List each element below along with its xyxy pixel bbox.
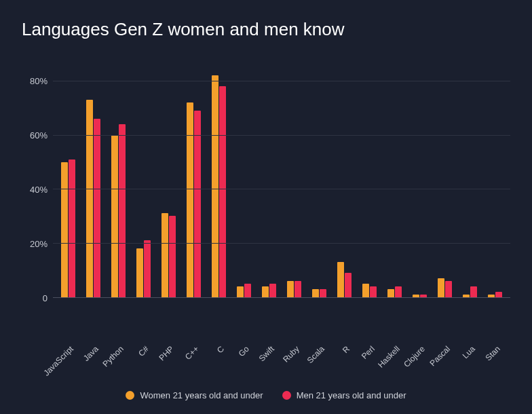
bar-men — [370, 286, 377, 297]
grid-line — [53, 189, 510, 189]
x-label-slot: Python — [106, 340, 131, 388]
legend-label: Women 21 years old and under — [140, 390, 263, 400]
legend-swatch-icon — [282, 391, 291, 400]
bar-group — [56, 67, 81, 297]
bar-men — [169, 216, 176, 297]
x-tick-label: Perl — [359, 344, 376, 361]
bar-women — [463, 295, 470, 297]
bar-women — [262, 286, 269, 297]
bar-group — [256, 67, 282, 297]
bar-men — [69, 159, 75, 297]
x-label-slot: Scala — [307, 340, 332, 388]
y-tick-label: 40% — [30, 185, 48, 195]
bar-women — [111, 135, 118, 297]
bar-group — [307, 67, 332, 297]
x-tick-label: Swift — [256, 344, 276, 363]
bar-men — [294, 281, 301, 297]
bar-women — [162, 213, 168, 297]
x-tick-label: C# — [136, 344, 151, 358]
bar-men — [144, 240, 151, 297]
bar-women — [212, 75, 218, 297]
bar-men — [194, 111, 201, 297]
bars-layer — [53, 67, 510, 297]
x-axis-labels: JavaScriptJavaPythonC#PHPC++CGoSwiftRuby… — [53, 340, 510, 388]
bar-group — [432, 67, 457, 297]
x-tick-label: Java — [81, 344, 100, 363]
bar-group — [181, 67, 206, 297]
bar-group — [382, 67, 407, 297]
bar-group — [81, 67, 106, 297]
grid-line — [53, 243, 510, 244]
bar-women — [438, 278, 444, 297]
y-tick-label: 80% — [30, 76, 48, 86]
x-label-slot: C — [206, 340, 231, 388]
plot-region — [53, 67, 510, 298]
x-label-slot: Ruby — [282, 340, 307, 388]
x-tick-label: R — [340, 344, 351, 355]
x-tick-label: C — [214, 344, 225, 355]
x-label-slot: R — [332, 340, 357, 388]
bar-group — [106, 67, 131, 297]
bar-group — [231, 67, 256, 297]
legend-label: Men 21 years old and under — [297, 390, 406, 400]
bar-group — [357, 67, 382, 297]
bar-men — [495, 292, 502, 297]
bar-group — [457, 67, 482, 297]
x-label-slot: Go — [231, 340, 256, 388]
x-tick-label: PHP — [157, 344, 175, 362]
bar-women — [387, 289, 394, 297]
bar-women — [61, 162, 68, 297]
chart-area: 020%40%60%80% — [22, 67, 510, 340]
y-tick-label: 20% — [30, 239, 48, 249]
bar-group — [407, 67, 432, 297]
bar-women — [287, 281, 294, 297]
bar-women — [488, 295, 495, 297]
bar-women — [337, 262, 344, 297]
x-label-slot: Lua — [457, 340, 482, 388]
bar-group — [482, 67, 508, 297]
x-tick-label: C++ — [183, 344, 200, 362]
bar-men — [470, 286, 477, 297]
bar-men — [94, 119, 100, 297]
bar-men — [320, 289, 326, 297]
chart-title: Languages Gen Z women and men know — [22, 19, 510, 40]
x-label-slot: Swift — [256, 340, 282, 388]
legend: Women 21 years old and under Men 21 year… — [22, 390, 510, 400]
x-tick-label: JavaScript — [41, 344, 75, 378]
x-label-slot: Pascal — [432, 340, 457, 388]
bar-women — [413, 295, 419, 297]
x-label-slot: JavaScript — [56, 340, 81, 388]
y-tick-label: 60% — [30, 130, 48, 140]
bar-group — [131, 67, 156, 297]
legend-swatch-icon — [126, 391, 134, 400]
x-tick-label: Ruby — [281, 344, 301, 364]
bar-women — [362, 284, 369, 297]
x-label-slot: Clojure — [407, 340, 432, 388]
bar-men — [420, 295, 427, 297]
bar-men — [219, 86, 226, 297]
legend-item-women: Women 21 years old and under — [126, 390, 263, 400]
bar-group — [156, 67, 181, 297]
chart-container: Languages Gen Z women and men know 020%4… — [0, 0, 532, 414]
bar-women — [136, 248, 143, 297]
x-label-slot: C# — [131, 340, 156, 388]
x-label-slot: PHP — [156, 340, 181, 388]
x-tick-label: Go — [236, 344, 250, 358]
bar-men — [345, 273, 352, 297]
bar-men — [445, 281, 452, 297]
bar-group — [206, 67, 231, 297]
bar-men — [244, 284, 251, 297]
bar-group — [332, 67, 357, 297]
bar-women — [187, 102, 193, 297]
x-label-slot: Stan — [482, 340, 508, 388]
y-tick-label: 0 — [43, 293, 48, 303]
bar-women — [86, 100, 93, 297]
x-label-slot: C++ — [181, 340, 206, 388]
y-axis: 020%40%60%80% — [22, 67, 53, 298]
bar-men — [395, 286, 402, 297]
x-tick-label: Lua — [460, 344, 476, 360]
bar-men — [119, 124, 126, 297]
bar-group — [282, 67, 307, 297]
x-tick-label: Scala — [305, 344, 326, 365]
bar-women — [237, 286, 244, 297]
